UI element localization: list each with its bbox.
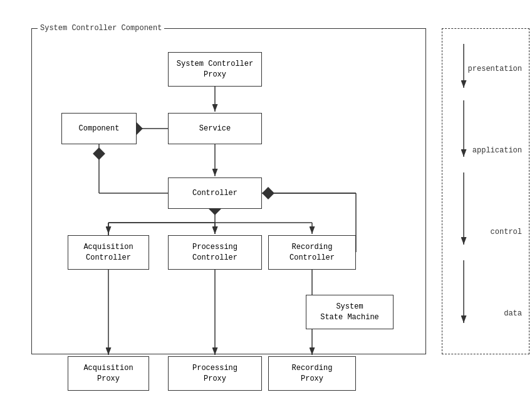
controller-label: Controller [192,188,237,199]
layer-labels: presentation application control data [442,28,529,354]
recording-proxy-label: RecordingProxy [292,363,333,384]
diagram-area: System Controller Component [13,13,526,386]
recording-proxy-box: RecordingProxy [268,356,356,391]
controller-box: Controller [168,177,262,209]
recording-controller-label: RecordingController [289,242,335,263]
acquisition-controller-box: AcquisitionController [68,235,149,270]
component-box-label: System Controller Component [38,24,164,33]
service-box: Service [168,113,262,144]
recording-controller-box: RecordingController [268,235,356,270]
system-controller-proxy-box: System ControllerProxy [168,52,262,87]
service-label: Service [199,124,231,134]
system-state-machine-box: SystemState Machine [306,295,394,329]
component-box-elem: Component [61,113,137,144]
page: System Controller Component [0,0,532,397]
acquisition-controller-label: AcquisitionController [83,242,133,263]
processing-proxy-box: ProcessingProxy [168,356,262,391]
system-state-machine-label: SystemState Machine [320,302,379,323]
processing-controller-box: ProcessingController [168,235,262,270]
processing-proxy-label: ProcessingProxy [192,363,237,384]
presentation-label: presentation [468,65,522,73]
data-label: data [504,309,522,318]
control-label: control [491,228,522,236]
acquisition-proxy-label: AcquisitionProxy [83,363,133,384]
acquisition-proxy-box: AcquisitionProxy [68,356,149,391]
component-label-text: Component [79,124,120,134]
system-controller-proxy-label: System ControllerProxy [177,59,253,80]
application-label: application [472,146,522,155]
processing-controller-label: ProcessingController [192,242,237,263]
